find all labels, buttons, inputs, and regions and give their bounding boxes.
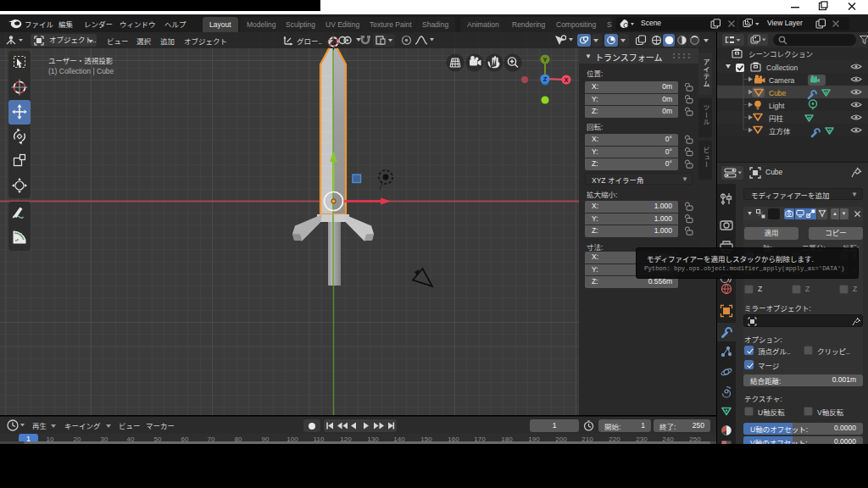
- svg-text:円柱: 円柱: [769, 114, 784, 123]
- svg-text:立方体: 立方体: [769, 127, 791, 136]
- svg-text:X: X: [564, 76, 568, 84]
- svg-text:Z: Z: [543, 75, 548, 83]
- svg-text:Cube: Cube: [769, 89, 787, 97]
- svg-text:Camera: Camera: [769, 76, 795, 85]
- svg-text:Y: Y: [542, 56, 547, 64]
- svg-text:Collection: Collection: [766, 64, 798, 72]
- svg-text:Light: Light: [769, 102, 785, 110]
- svg-text:シーンコレクション: シーンコレクション: [748, 50, 813, 58]
